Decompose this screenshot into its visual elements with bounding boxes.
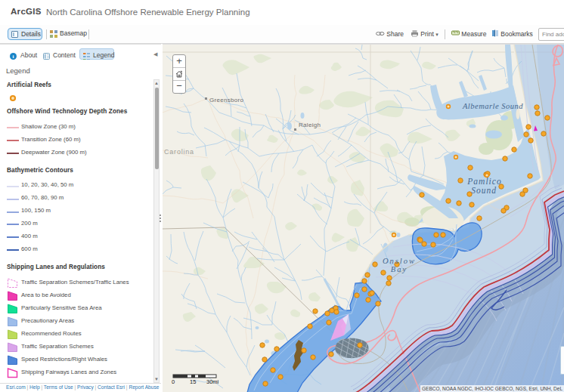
svg-text:0: 0 bbox=[172, 378, 175, 385]
svg-text:30mi: 30mi bbox=[206, 378, 219, 385]
svg-text:Carolina: Carolina bbox=[164, 148, 194, 156]
svg-text:Albemarle Sound: Albemarle Sound bbox=[462, 102, 523, 110]
svg-text:15: 15 bbox=[190, 378, 196, 385]
svg-text:Sound: Sound bbox=[471, 186, 497, 195]
svg-text:Raleigh: Raleigh bbox=[299, 122, 321, 128]
svg-text:Pamlico: Pamlico bbox=[466, 177, 501, 186]
svg-text:Greensboro: Greensboro bbox=[209, 97, 243, 103]
svg-text:Bay: Bay bbox=[391, 265, 408, 273]
svg-text:Onslow: Onslow bbox=[383, 257, 416, 265]
svg-text:i: i bbox=[13, 54, 14, 60]
